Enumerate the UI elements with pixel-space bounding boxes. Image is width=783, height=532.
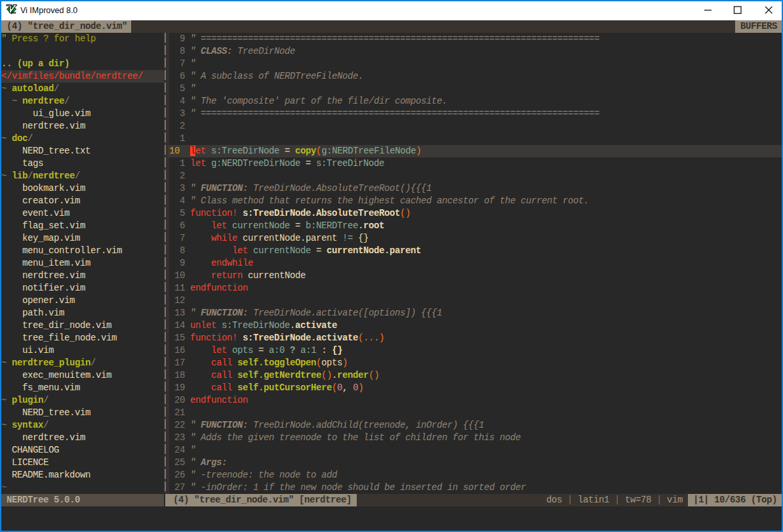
svg-text:im: im	[12, 10, 16, 14]
